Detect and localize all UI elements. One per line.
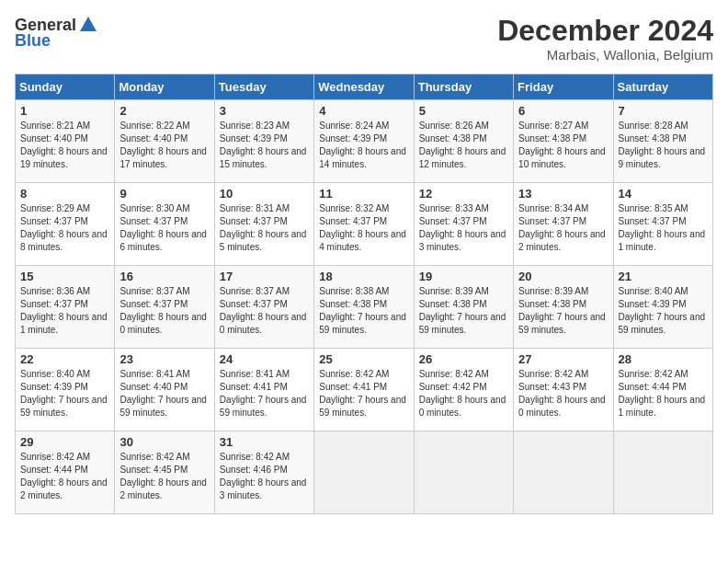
main-title: December 2024 <box>497 15 713 47</box>
calendar-cell: 8 Sunrise: 8:29 AMSunset: 4:37 PMDayligh… <box>16 183 115 266</box>
day-number: 10 <box>220 187 309 201</box>
calendar-cell: 16 Sunrise: 8:37 AMSunset: 4:37 PMDaylig… <box>115 266 214 349</box>
day-number: 20 <box>518 270 608 283</box>
calendar-cell: 29 Sunrise: 8:42 AMSunset: 4:44 PMDaylig… <box>16 431 115 514</box>
day-number: 27 <box>518 352 608 366</box>
calendar-week-1: 1 Sunrise: 8:21 AMSunset: 4:40 PMDayligh… <box>16 100 713 183</box>
calendar-cell: 4 Sunrise: 8:24 AMSunset: 4:39 PMDayligh… <box>314 100 414 183</box>
header-sunday: Sunday <box>16 75 115 100</box>
day-number: 31 <box>220 435 309 449</box>
calendar-cell: 7 Sunrise: 8:28 AMSunset: 4:38 PMDayligh… <box>613 100 712 183</box>
day-number: 21 <box>619 270 708 283</box>
day-number: 23 <box>119 352 209 366</box>
calendar-cell: 11 Sunrise: 8:32 AMSunset: 4:37 PMDaylig… <box>314 183 414 266</box>
header-saturday: Saturday <box>613 75 712 100</box>
cell-info: Sunrise: 8:32 AMSunset: 4:37 PMDaylight:… <box>319 203 406 252</box>
cell-info: Sunrise: 8:42 AMSunset: 4:44 PMDaylight:… <box>619 369 706 418</box>
day-number: 26 <box>419 352 508 366</box>
subtitle: Marbais, Wallonia, Belgium <box>497 47 713 63</box>
calendar-cell: 28 Sunrise: 8:42 AMSunset: 4:44 PMDaylig… <box>613 349 712 431</box>
day-number: 19 <box>419 270 508 283</box>
day-number: 24 <box>220 352 309 366</box>
day-number: 25 <box>319 352 408 366</box>
calendar-cell <box>613 431 712 514</box>
calendar-cell: 31 Sunrise: 8:42 AMSunset: 4:46 PMDaylig… <box>214 431 313 514</box>
calendar-cell: 25 Sunrise: 8:42 AMSunset: 4:41 PMDaylig… <box>314 349 414 431</box>
day-number: 7 <box>619 104 708 118</box>
day-number: 13 <box>518 187 608 201</box>
cell-info: Sunrise: 8:40 AMSunset: 4:39 PMDaylight:… <box>619 286 706 335</box>
cell-info: Sunrise: 8:39 AMSunset: 4:38 PMDaylight:… <box>419 286 506 335</box>
cell-info: Sunrise: 8:23 AMSunset: 4:39 PMDaylight:… <box>220 121 307 169</box>
title-block: December 2024 Marbais, Wallonia, Belgium <box>497 15 713 63</box>
day-number: 5 <box>419 104 508 118</box>
header-tuesday: Tuesday <box>214 75 313 100</box>
cell-info: Sunrise: 8:42 AMSunset: 4:41 PMDaylight:… <box>319 369 406 418</box>
logo-icon <box>78 15 98 35</box>
day-number: 6 <box>518 104 608 118</box>
cell-info: Sunrise: 8:29 AMSunset: 4:37 PMDaylight:… <box>20 203 108 252</box>
calendar-cell: 13 Sunrise: 8:34 AMSunset: 4:37 PMDaylig… <box>514 183 613 266</box>
day-number: 30 <box>119 435 209 449</box>
day-number: 17 <box>220 270 309 283</box>
calendar-cell: 30 Sunrise: 8:42 AMSunset: 4:45 PMDaylig… <box>115 431 214 514</box>
calendar-cell: 19 Sunrise: 8:39 AMSunset: 4:38 PMDaylig… <box>414 266 513 349</box>
page-header: General Blue December 2024 Marbais, Wall… <box>15 15 713 63</box>
cell-info: Sunrise: 8:31 AMSunset: 4:37 PMDaylight:… <box>220 203 307 252</box>
cell-info: Sunrise: 8:37 AMSunset: 4:37 PMDaylight:… <box>119 286 207 335</box>
calendar-cell: 18 Sunrise: 8:38 AMSunset: 4:38 PMDaylig… <box>314 266 414 349</box>
calendar-cell: 1 Sunrise: 8:21 AMSunset: 4:40 PMDayligh… <box>16 100 115 183</box>
cell-info: Sunrise: 8:38 AMSunset: 4:38 PMDaylight:… <box>319 286 406 335</box>
header-thursday: Thursday <box>414 75 513 100</box>
cell-info: Sunrise: 8:36 AMSunset: 4:37 PMDaylight:… <box>20 286 108 335</box>
day-number: 18 <box>319 270 408 283</box>
calendar-cell: 2 Sunrise: 8:22 AMSunset: 4:40 PMDayligh… <box>115 100 214 183</box>
cell-info: Sunrise: 8:41 AMSunset: 4:40 PMDaylight:… <box>119 369 207 418</box>
calendar-week-2: 8 Sunrise: 8:29 AMSunset: 4:37 PMDayligh… <box>16 183 713 266</box>
calendar-week-4: 22 Sunrise: 8:40 AMSunset: 4:39 PMDaylig… <box>16 349 713 431</box>
cell-info: Sunrise: 8:28 AMSunset: 4:38 PMDaylight:… <box>619 121 706 169</box>
calendar-week-5: 29 Sunrise: 8:42 AMSunset: 4:44 PMDaylig… <box>16 431 713 514</box>
logo: General Blue <box>15 15 100 51</box>
cell-info: Sunrise: 8:39 AMSunset: 4:38 PMDaylight:… <box>518 286 606 335</box>
cell-info: Sunrise: 8:33 AMSunset: 4:37 PMDaylight:… <box>419 203 506 252</box>
calendar-cell: 15 Sunrise: 8:36 AMSunset: 4:37 PMDaylig… <box>16 266 115 349</box>
day-number: 29 <box>20 435 109 449</box>
cell-info: Sunrise: 8:42 AMSunset: 4:44 PMDaylight:… <box>20 452 108 500</box>
calendar-week-3: 15 Sunrise: 8:36 AMSunset: 4:37 PMDaylig… <box>16 266 713 349</box>
calendar-cell: 14 Sunrise: 8:35 AMSunset: 4:37 PMDaylig… <box>613 183 712 266</box>
day-number: 28 <box>619 352 708 366</box>
day-number: 22 <box>20 352 109 366</box>
cell-info: Sunrise: 8:24 AMSunset: 4:39 PMDaylight:… <box>319 121 406 169</box>
calendar-cell: 5 Sunrise: 8:26 AMSunset: 4:38 PMDayligh… <box>414 100 513 183</box>
cell-info: Sunrise: 8:42 AMSunset: 4:45 PMDaylight:… <box>119 452 207 500</box>
day-number: 15 <box>20 270 109 283</box>
header-friday: Friday <box>514 75 613 100</box>
svg-marker-0 <box>80 17 97 31</box>
cell-info: Sunrise: 8:37 AMSunset: 4:37 PMDaylight:… <box>220 286 307 335</box>
calendar-cell <box>514 431 613 514</box>
day-number: 3 <box>220 104 309 118</box>
calendar-cell <box>414 431 513 514</box>
logo-blue: Blue <box>15 31 51 51</box>
calendar-table: Sunday Monday Tuesday Wednesday Thursday… <box>15 74 713 514</box>
day-number: 1 <box>20 104 109 118</box>
calendar-cell: 20 Sunrise: 8:39 AMSunset: 4:38 PMDaylig… <box>514 266 613 349</box>
cell-info: Sunrise: 8:22 AMSunset: 4:40 PMDaylight:… <box>119 121 207 169</box>
calendar-cell: 10 Sunrise: 8:31 AMSunset: 4:37 PMDaylig… <box>214 183 313 266</box>
calendar-cell: 27 Sunrise: 8:42 AMSunset: 4:43 PMDaylig… <box>514 349 613 431</box>
calendar-cell: 24 Sunrise: 8:41 AMSunset: 4:41 PMDaylig… <box>214 349 313 431</box>
calendar-cell: 3 Sunrise: 8:23 AMSunset: 4:39 PMDayligh… <box>214 100 313 183</box>
cell-info: Sunrise: 8:42 AMSunset: 4:42 PMDaylight:… <box>419 369 506 418</box>
day-number: 11 <box>319 187 408 201</box>
cell-info: Sunrise: 8:27 AMSunset: 4:38 PMDaylight:… <box>518 121 606 169</box>
cell-info: Sunrise: 8:34 AMSunset: 4:37 PMDaylight:… <box>518 203 606 252</box>
calendar-cell: 22 Sunrise: 8:40 AMSunset: 4:39 PMDaylig… <box>16 349 115 431</box>
calendar-cell <box>314 431 414 514</box>
day-number: 2 <box>119 104 209 118</box>
cell-info: Sunrise: 8:41 AMSunset: 4:41 PMDaylight:… <box>220 369 307 418</box>
cell-info: Sunrise: 8:42 AMSunset: 4:43 PMDaylight:… <box>518 369 606 418</box>
calendar-cell: 17 Sunrise: 8:37 AMSunset: 4:37 PMDaylig… <box>214 266 313 349</box>
day-number: 8 <box>20 187 109 201</box>
cell-info: Sunrise: 8:40 AMSunset: 4:39 PMDaylight:… <box>20 369 108 418</box>
